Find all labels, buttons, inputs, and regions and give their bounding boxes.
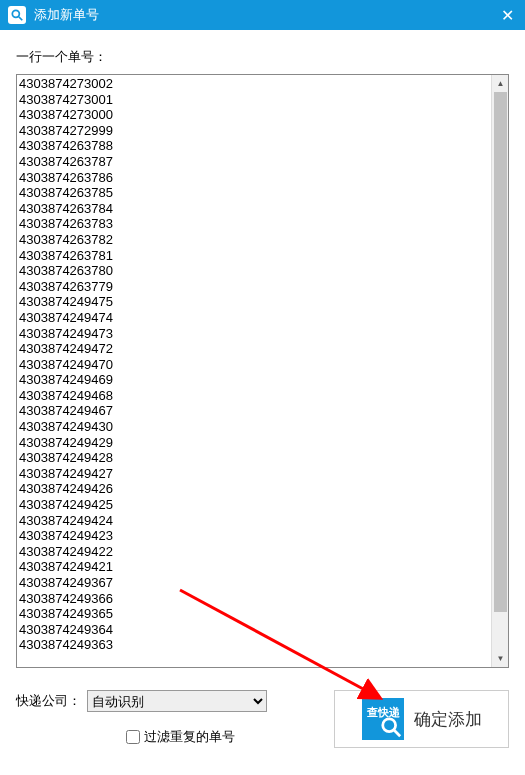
svg-line-1 — [19, 17, 23, 21]
close-button[interactable]: ✕ — [497, 6, 517, 25]
company-row: 快递公司： 自动识别 — [16, 690, 334, 712]
window-title: 添加新单号 — [34, 6, 497, 24]
bottom-controls: 快递公司： 自动识别 过滤重复的单号 查快递 确定添加 — [16, 690, 509, 748]
filter-duplicates-checkbox[interactable] — [126, 730, 140, 744]
titlebar: 添加新单号 ✕ — [0, 0, 525, 30]
magnifier-icon — [10, 8, 24, 22]
tracking-numbers-container: ▲ ▼ — [16, 74, 509, 668]
company-select[interactable]: 自动识别 — [87, 690, 267, 712]
svg-point-2 — [382, 719, 395, 732]
filter-row: 过滤重复的单号 — [126, 728, 334, 746]
instruction-label: 一行一个单号： — [16, 48, 509, 66]
svg-point-0 — [12, 10, 19, 17]
filter-duplicates-label: 过滤重复的单号 — [144, 728, 235, 746]
left-controls: 快递公司： 自动识别 过滤重复的单号 — [16, 690, 334, 746]
company-label: 快递公司： — [16, 692, 81, 710]
scroll-thumb[interactable] — [494, 92, 507, 612]
content-area: 一行一个单号： ▲ ▼ 快递公司： 自动识别 过滤重复的单号 查快递 — [0, 30, 525, 760]
search-express-icon: 查快递 — [362, 698, 404, 740]
tracking-numbers-input[interactable] — [17, 75, 491, 667]
app-icon — [8, 6, 26, 24]
confirm-add-button[interactable]: 查快递 确定添加 — [334, 690, 509, 748]
svg-line-3 — [393, 730, 399, 736]
scrollbar[interactable]: ▲ ▼ — [491, 75, 508, 667]
magnifier-icon — [380, 716, 402, 738]
scroll-up-button[interactable]: ▲ — [492, 75, 509, 92]
scroll-down-button[interactable]: ▼ — [492, 650, 509, 667]
confirm-button-label: 确定添加 — [414, 708, 482, 731]
